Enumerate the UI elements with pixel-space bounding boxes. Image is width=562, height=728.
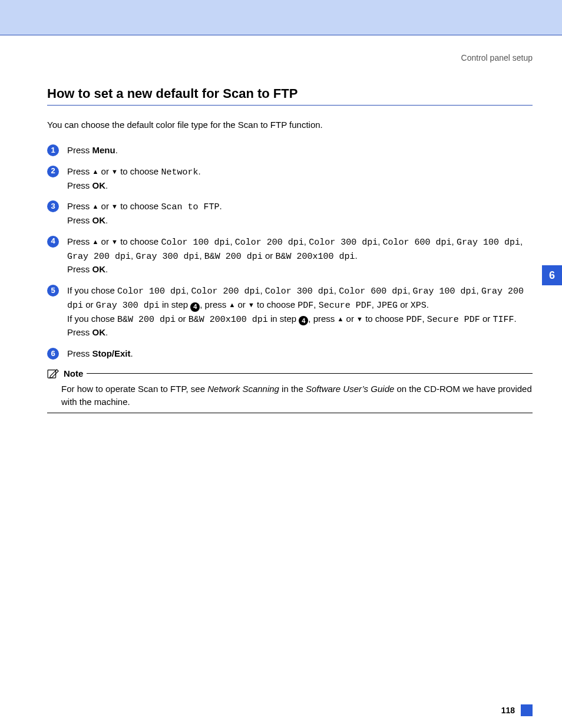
footer-accent <box>521 704 533 716</box>
instruction-list: 1 Press Menu. 2 Press ▲ or ▼ to choose N… <box>47 144 533 360</box>
down-arrow-icon: ▼ <box>356 315 363 322</box>
c: , <box>260 285 265 295</box>
text: Press <box>67 145 92 155</box>
c: , <box>304 236 309 246</box>
text: , press <box>200 299 229 309</box>
c: , <box>199 251 204 261</box>
opt: Gray 300 dpi <box>135 252 199 262</box>
down-arrow-icon: ▼ <box>111 168 118 175</box>
c: , <box>408 285 412 295</box>
down-arrow-icon: ▼ <box>248 301 254 308</box>
text: Press <box>67 264 92 274</box>
note-body: For how to operate Scan to FTP, see Netw… <box>47 379 533 413</box>
step-reference-icon: 4 <box>299 316 308 325</box>
text: or <box>98 166 111 176</box>
opt: Color 100 dpi <box>161 238 230 248</box>
c: , <box>477 285 481 295</box>
opt: Gray 100 dpi <box>457 238 520 248</box>
opt: Color 600 dpi <box>383 238 452 248</box>
c: , <box>230 236 234 246</box>
up-arrow-icon: ▲ <box>229 301 235 308</box>
period: . <box>198 166 200 176</box>
period: . <box>105 215 108 225</box>
step-2: 2 Press ▲ or ▼ to choose Network. Press … <box>47 165 533 192</box>
c: , <box>334 285 339 295</box>
ok-key: OK <box>92 264 106 274</box>
note-ref-2: Software User’s Guide <box>306 384 394 394</box>
period: . <box>105 264 108 274</box>
period: . <box>105 327 108 337</box>
text: Press <box>67 166 92 176</box>
page-body: Control panel setup How to set a new def… <box>0 35 562 413</box>
opt: Color 200 dpi <box>235 238 304 248</box>
text: or <box>83 299 96 309</box>
down-arrow-icon: ▼ <box>111 203 118 210</box>
step-bullet: 1 <box>47 144 59 156</box>
context-header: Control panel setup <box>47 53 533 62</box>
c: , <box>452 236 457 246</box>
text: in step <box>268 314 299 324</box>
svg-rect-0 <box>48 370 56 378</box>
period: . <box>219 201 222 211</box>
text: or <box>98 236 111 246</box>
text: , press <box>308 314 337 324</box>
c: , <box>372 299 376 309</box>
note-block: Note For how to operate Scan to FTP, see… <box>47 368 533 414</box>
step-reference-icon: 4 <box>190 302 200 312</box>
up-arrow-icon: ▲ <box>92 168 99 175</box>
text: to choose <box>118 236 161 246</box>
ok-key: OK <box>92 180 106 190</box>
text: in step <box>160 299 191 309</box>
text: or <box>263 251 276 261</box>
step-5: 5 If you chose Color 100 dpi, Color 200 … <box>47 284 533 339</box>
opt: Gray 100 dpi <box>413 286 477 297</box>
step-4: 4 Press ▲ or ▼ to choose Color 100 dpi, … <box>47 235 533 276</box>
opt: B&W 200x100 dpi <box>275 252 355 262</box>
opt: PDF <box>406 315 422 325</box>
option-network: Network <box>161 167 198 177</box>
period: . <box>115 145 118 155</box>
step-3: 3 Press ▲ or ▼ to choose Scan to FTP. Pr… <box>47 200 533 227</box>
opt: PDF <box>297 301 313 311</box>
opt: XPS <box>411 301 427 311</box>
note-text: For how to operate Scan to FTP, see <box>61 384 207 394</box>
period: . <box>105 180 108 190</box>
period: . <box>131 348 133 358</box>
text: Press <box>67 201 92 211</box>
header-band <box>0 0 562 35</box>
c: , <box>313 299 318 309</box>
up-arrow-icon: ▲ <box>92 203 99 210</box>
text: to choose <box>363 314 406 324</box>
text: to choose <box>254 299 297 309</box>
note-end-rule <box>47 413 533 413</box>
text: Press <box>67 348 92 358</box>
text: or <box>235 299 248 309</box>
page-footer: 118 <box>501 704 533 716</box>
step-6: 6 Press Stop/Exit. <box>47 347 533 360</box>
step-1: 1 Press Menu. <box>47 144 533 157</box>
step-bullet: 4 <box>47 236 59 248</box>
text: to choose <box>118 166 161 176</box>
step-bullet: 5 <box>47 285 59 297</box>
opt: Color 100 dpi <box>117 286 186 297</box>
opt: Color 300 dpi <box>265 286 334 297</box>
title-rule <box>47 105 533 106</box>
page-number: 118 <box>501 706 515 715</box>
opt: TIFF <box>492 315 514 325</box>
menu-key: Menu <box>92 145 115 155</box>
up-arrow-icon: ▲ <box>92 238 99 245</box>
opt: B&W 200 dpi <box>204 252 263 262</box>
note-text: in the <box>279 384 306 394</box>
opt: B&W 200 dpi <box>117 315 176 325</box>
opt: JPEG <box>376 301 398 311</box>
opt: Secure PDF <box>427 315 480 325</box>
stop-exit-key: Stop/Exit <box>92 348 131 358</box>
text: or <box>398 299 411 309</box>
ok-key: OK <box>92 327 106 337</box>
text: If you chose <box>67 314 117 324</box>
note-header: Note <box>47 368 533 379</box>
chapter-tab: 6 <box>542 265 562 285</box>
opt: Color 200 dpi <box>191 286 260 297</box>
period: . <box>355 251 358 261</box>
c: , <box>520 236 523 246</box>
